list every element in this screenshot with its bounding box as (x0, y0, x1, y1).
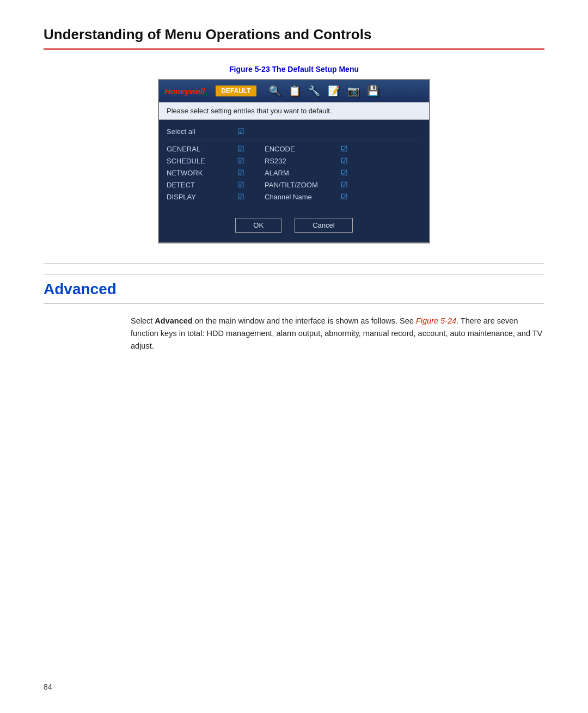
advanced-para-mid: on the main window and the interface is … (193, 316, 416, 325)
dvr-selectall-label: Select all (167, 127, 237, 136)
table-row: GENERAL ☑ ENCODE ☑ (167, 143, 421, 155)
advanced-figure-link[interactable]: Figure 5-24 (416, 316, 456, 325)
dvr-selectall-check[interactable]: ☑ (237, 127, 254, 136)
advanced-para-pre: Select (131, 316, 155, 325)
page-number: 84 (44, 682, 52, 691)
dvr-menu: Honeywell DEFAULT 🔍 📋 🔧 📝 📷 💾 Please sel… (158, 79, 430, 243)
dvr-icon-save: 💾 (365, 83, 381, 99)
dvr-row-left-label: DETECT (167, 181, 237, 189)
table-row: DETECT ☑ PAN/TILT/ZOOM ☑ (167, 179, 421, 191)
dvr-row-right-check[interactable]: ☑ (341, 180, 357, 189)
dvr-row-right-check[interactable]: ☑ (341, 144, 357, 153)
dvr-icons: 🔍 📋 🔧 📝 📷 💾 (267, 83, 381, 99)
table-row: DISPLAY ☑ Channel Name ☑ (167, 191, 421, 203)
dvr-brand: Honeywell (164, 87, 205, 96)
dvr-icon-wrench: 🔧 (307, 83, 322, 99)
dvr-row-right-label: Channel Name (265, 193, 341, 201)
dvr-row-right-label: ENCODE (265, 145, 341, 153)
chapter-title: Understanding of Menu Operations and Con… (44, 26, 544, 50)
dvr-icon-doc: 📝 (326, 83, 341, 99)
dvr-row-right-check[interactable]: ☑ (341, 192, 357, 201)
dvr-body: Select all ☑ GENERAL ☑ ENCODE ☑ SCHEDULE… (159, 120, 429, 242)
dvr-ok-button[interactable]: OK (235, 218, 281, 233)
dvr-row-left-check[interactable]: ☑ (237, 156, 254, 165)
dvr-cancel-button[interactable]: Cancel (295, 218, 352, 233)
dvr-selectall-row: Select all ☑ (167, 125, 421, 139)
advanced-paragraph: Select Advanced on the main window and t… (131, 315, 544, 353)
advanced-para-bold: Advanced (155, 316, 192, 325)
dvr-row-right-label: RS232 (265, 157, 341, 165)
dvr-icon-list: 📋 (287, 83, 302, 99)
advanced-body: Select Advanced on the main window and t… (44, 315, 544, 353)
table-row: SCHEDULE ☑ RS232 ☑ (167, 155, 421, 167)
dvr-row-right-check[interactable]: ☑ (341, 168, 357, 177)
table-row: NETWORK ☑ ALARM ☑ (167, 167, 421, 179)
dvr-icon-search: 🔍 (267, 83, 283, 99)
dvr-footer: OK Cancel (167, 208, 421, 239)
dvr-description: Please select setting entries that you w… (159, 102, 429, 120)
dvr-row-right-label: ALARM (265, 169, 341, 177)
dvr-row-left-check[interactable]: ☑ (237, 144, 254, 153)
figure-caption: Figure 5-23 The Default Setup Menu (44, 65, 544, 74)
page-container: Understanding of Menu Operations and Con… (0, 0, 588, 386)
dvr-menu-header: Honeywell DEFAULT 🔍 📋 🔧 📝 📷 💾 (159, 80, 429, 102)
dvr-row-left-label: SCHEDULE (167, 157, 237, 165)
dvr-default-button[interactable]: DEFAULT (216, 86, 256, 96)
dvr-row-left-check[interactable]: ☑ (237, 192, 254, 201)
dvr-menu-wrapper: Honeywell DEFAULT 🔍 📋 🔧 📝 📷 💾 Please sel… (44, 79, 544, 243)
advanced-section-title: Advanced (44, 275, 544, 304)
dvr-row-right-check[interactable]: ☑ (341, 156, 357, 165)
dvr-row-left-check[interactable]: ☑ (237, 180, 254, 189)
dvr-row-left-label: GENERAL (167, 145, 237, 153)
dvr-row-left-label: NETWORK (167, 169, 237, 177)
dvr-icon-camera: 📷 (346, 83, 361, 99)
dvr-row-right-label: PAN/TILT/ZOOM (265, 181, 341, 189)
section-divider (44, 263, 544, 264)
dvr-row-left-label: DISPLAY (167, 193, 237, 201)
dvr-row-left-check[interactable]: ☑ (237, 168, 254, 177)
